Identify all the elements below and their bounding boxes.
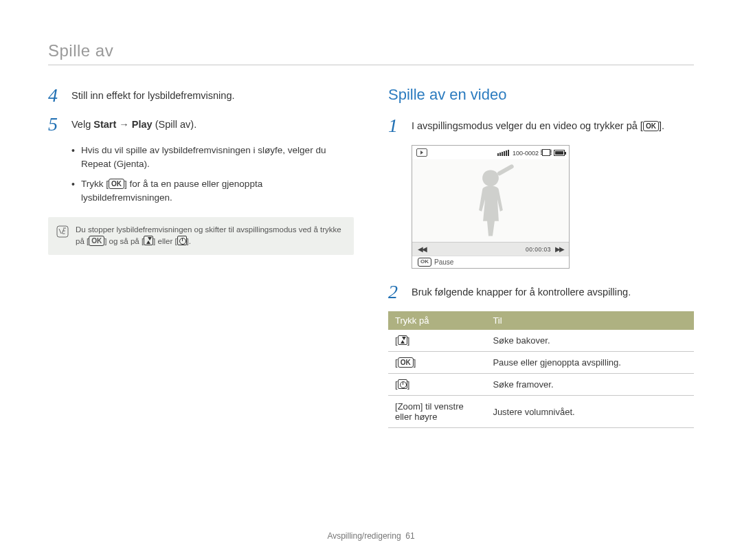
battery-icon [554, 150, 565, 156]
step-number: 1 [388, 116, 402, 135]
cell-action: Søke framover. [486, 374, 694, 396]
forward-icon: ▶▶ [555, 245, 563, 253]
video-preview: 100-0002 ◀◀ 00:00:03 ▶▶ [412, 145, 570, 269]
controls-table: Trykk på Til [] Søke bakover. [OK] Pause… [388, 311, 694, 428]
table-row: [OK] Pause eller gjenoppta avspilling. [388, 352, 694, 374]
step-number: 2 [388, 282, 402, 302]
arrow: → [116, 119, 132, 130]
cell-key: [] [388, 374, 486, 396]
flash-key-icon [398, 335, 407, 345]
timecode: 00:00:03 [526, 246, 551, 253]
col-press: Trykk på [388, 311, 486, 330]
text: ] eller [ [153, 237, 177, 245]
status-right: 100-0002 [497, 149, 565, 157]
cell-action: Søke bakover. [486, 330, 694, 352]
cell-action: Justere volumnivået. [486, 396, 694, 428]
ok-icon: OK [643, 121, 659, 131]
bold-repeat: Repeat [81, 159, 111, 169]
step-text: Bruk følgende knapper for å kontrollere … [412, 282, 631, 300]
text: Hvis du vil spille av lysbildefremvisnin… [81, 145, 326, 155]
timer-key-icon [398, 379, 407, 389]
ok-icon: OK [418, 258, 431, 266]
step-text: I avspillingsmodus velger du en video og… [412, 116, 664, 134]
cell-key: [Zoom] til venstre eller høyre [388, 396, 486, 428]
page-footer: Avspilling/redigering 61 [0, 531, 742, 541]
text: ] og så på [ [104, 237, 144, 245]
step-number: 5 [48, 115, 62, 134]
timer-key-icon [177, 236, 187, 245]
text: ]. [187, 237, 191, 245]
film-icon [542, 149, 550, 156]
note-box: Du stopper lysbildefremvisningen og skif… [48, 217, 354, 255]
ok-icon: OK [89, 236, 104, 246]
step-number: 4 [48, 86, 62, 105]
flash-key-icon [144, 236, 153, 245]
cell-key: [OK] [388, 352, 486, 374]
note-text: Du stopper lysbildefremvisningen og skif… [76, 224, 346, 248]
section-heading: Spille av en video [388, 86, 694, 104]
page-number: 61 [405, 531, 414, 541]
step-1: 1 I avspillingsmodus velger du en video … [388, 116, 694, 135]
cell-key: [] [388, 330, 486, 352]
page-section-header: Spille av [48, 41, 694, 60]
step-2: 2 Bruk følgende knapper for å kontroller… [388, 282, 694, 302]
preview-transport-bar: ◀◀ 00:00:03 ▶▶ [412, 242, 569, 256]
note-icon [56, 225, 69, 238]
table-row: [] Søke bakover. [388, 330, 694, 352]
preview-image [412, 159, 569, 242]
preview-status-bar: 100-0002 [412, 146, 569, 159]
text: Trykk [ [81, 179, 109, 189]
text: ]. [659, 120, 664, 131]
text: I avspillingsmodus velger du en video og… [412, 120, 643, 131]
ok-icon: OK [109, 179, 124, 189]
text: (Gjenta). [111, 159, 150, 169]
step-4: 4 Still inn effekt for lysbildefremvisni… [48, 86, 354, 105]
step5-bullets: Hvis du vil spille av lysbildefremvisnin… [48, 144, 354, 205]
table-header-row: Trykk på Til [388, 311, 694, 330]
ok-icon: OK [398, 357, 414, 368]
cell-action: Pause eller gjenoppta avspilling. [486, 352, 694, 374]
col-to: Til [486, 311, 694, 330]
table-row: [] Søke framover. [388, 374, 694, 396]
left-column: 4 Still inn effekt for lysbildefremvisni… [48, 86, 354, 428]
text: (Spill av). [153, 119, 196, 130]
zoom-label: Zoom [398, 401, 420, 412]
bold-start: Start [93, 119, 116, 130]
frame-counter: 100-0002 [513, 150, 539, 157]
signal-icon [497, 150, 509, 156]
footer-label: Avspilling/redigering [327, 531, 401, 541]
preview-footer: OK Pause [412, 256, 569, 268]
step-text: Still inn effekt for lysbildefremvisning… [71, 86, 234, 104]
pause-label: Pause [434, 258, 453, 266]
text: Velg [71, 119, 93, 130]
bold-play: Play [132, 119, 153, 130]
step-5: 5 Velg Start → Play (Spill av). [48, 115, 354, 134]
header-rule [48, 65, 694, 65]
bullet-item: Trykk [OK] for å ta en pause eller gjeno… [71, 177, 354, 205]
bullet-item: Hvis du vil spille av lysbildefremvisnin… [71, 144, 354, 172]
rewind-icon: ◀◀ [418, 245, 426, 253]
step-text: Velg Start → Play (Spill av). [71, 115, 196, 133]
table-row: [Zoom] til venstre eller høyre Justere v… [388, 396, 694, 428]
right-column: Spille av en video 1 I avspillingsmodus … [388, 86, 694, 428]
video-mode-icon [416, 148, 427, 157]
